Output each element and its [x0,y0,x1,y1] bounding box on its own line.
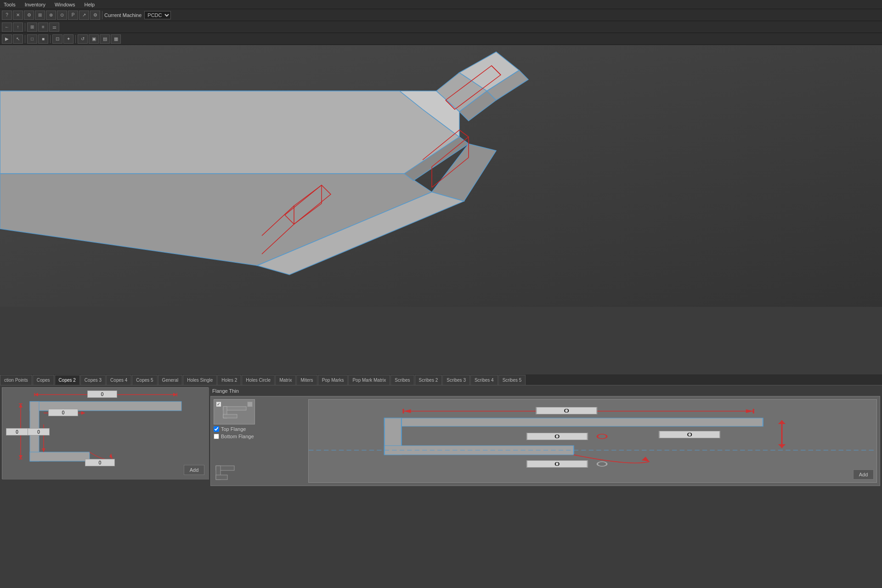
toolbar-row-1: ? ✕ ⚙ ⊞ ⊕ ⊙ P ↗ ⚙ Current Machine PCDC [0,9,882,21]
left-dim-bottom[interactable] [85,459,115,466]
toolbar-arrow-left-btn[interactable]: ← [2,23,12,32]
top-flange-label: Top Flange [221,426,246,432]
flange-thin-title: Flange Thin [210,387,880,395]
toolbar-grid-btn[interactable]: ⊞ [35,11,45,20]
svg-rect-42 [223,414,237,418]
bottom-flange-row: Bottom Flange [214,434,305,439]
machine-label: Current Machine [104,12,141,18]
left-diagram-panel: Add [2,387,209,479]
viewport-svg [0,45,882,307]
toolbar-refresh-btn[interactable]: ↺ [78,34,88,44]
tab-holes-2[interactable]: Holes 2 [217,375,241,385]
tab-general[interactable]: General [158,375,183,385]
toolbar-p-btn[interactable]: P [68,11,78,20]
bottom-flange-checkbox[interactable] [214,434,219,439]
flange-diagram-area: Add [308,399,877,483]
left-dim-top[interactable] [87,390,117,398]
toolbar-sep-2 [25,23,25,31]
toolbar-row-3: ▶ ↖ □ ■ ⊡ ✦ ↺ ▣ ▤ ▦ [0,33,882,45]
panel-content: Add Flange Thin ✓ [0,385,882,588]
tab-copes-5[interactable]: Copes 5 [132,375,157,385]
flange-preview-box: ✓ [214,399,255,424]
menu-help[interactable]: Help [83,2,97,7]
toolbar-node-btn[interactable]: ⊙ [57,11,67,20]
machine-select[interactable]: PCDC [144,11,171,19]
tab-copes-3[interactable]: Copes 3 [80,375,106,385]
toolbar-view3-btn[interactable]: ▦ [111,34,121,44]
toolbar-sep-3 [25,35,25,43]
tab-scribes-5[interactable]: Scribes 5 [498,375,526,385]
toolbar-grid2-btn[interactable]: ⊞ [27,23,37,32]
svg-rect-24 [30,452,90,461]
svg-rect-47 [384,418,763,426]
bottom-panel: ction PointsCopesCopes 2Copes 3Copes 4Co… [0,374,882,588]
svg-marker-1 [0,91,459,174]
toolbar-view2-btn[interactable]: ▤ [100,34,110,44]
toolbar-sep-1 [102,11,102,19]
toolbar-mode-btn[interactable]: ▶ [2,34,12,44]
svg-rect-45 [216,475,227,480]
toolbar-sep-5 [75,35,76,43]
bottom-flange-label: Bottom Flange [221,434,254,439]
preview-svg [214,400,255,425]
tab-ction-points[interactable]: ction Points [0,375,32,385]
tab-holes-circle[interactable]: Holes Circle [242,375,275,385]
tab-copes-2[interactable]: Copes 2 [55,375,80,385]
toolbar-question-btn[interactable]: ? [2,11,12,20]
menu-bar: Tools Inventory Windows Help [0,0,882,9]
toolbar-arrow-btn[interactable]: ↗ [79,11,89,20]
toolbar-settings-btn[interactable]: ⚙ [24,11,34,20]
tab-scribes-2[interactable]: Scribes 2 [415,375,442,385]
flange-add-button[interactable]: Add [853,469,874,480]
top-flange-row: Top Flange [214,426,305,432]
toolbar-view1-btn[interactable]: ▣ [89,34,99,44]
tab-pop-mark-matrix[interactable]: Pop Mark Matrix [348,375,390,385]
toolbar-layer-btn[interactable]: ⊡ [52,34,62,44]
flange-dim-top[interactable] [536,407,597,414]
tab-scribes-3[interactable]: Scribes 3 [442,375,470,385]
toolbar-dash-btn[interactable]: ≡ [38,23,48,32]
toolbar-sep-4 [50,35,51,43]
toolbar-gear2-btn[interactable]: ⚙ [90,11,100,20]
tab-scribes-4[interactable]: Scribes 4 [470,375,498,385]
left-dim-vert[interactable] [6,428,28,435]
toolbar-box-btn[interactable]: □ [27,34,37,44]
toolbar-cursor-btn[interactable]: ↖ [13,34,23,44]
shape-icon-svg [214,464,237,482]
tab-miters[interactable]: Miters [296,375,317,385]
tab-matrix[interactable]: Matrix [275,375,296,385]
left-dim-mid[interactable] [48,409,78,416]
toolbar-snap-btn[interactable]: ⊕ [46,11,56,20]
top-flange-checkbox[interactable] [214,426,219,432]
menu-inventory[interactable]: Inventory [23,2,47,7]
flange-controls: ✓ Top F [214,399,305,483]
flange-thin-inner: ✓ Top F [210,396,880,486]
flange-dim-bottom[interactable] [526,460,588,468]
tab-scribes[interactable]: Scribes [390,375,414,385]
toolbar-lines-btn[interactable]: ⚌ [49,23,59,32]
menu-windows[interactable]: Windows [53,2,77,7]
menu-tools[interactable]: Tools [2,2,17,7]
tabs-row: ction PointsCopesCopes 2Copes 3Copes 4Co… [0,374,882,385]
tab-holes-single[interactable]: Holes Single [183,375,217,385]
toolbar-star-btn[interactable]: ✦ [63,34,74,44]
toolbar-cross-btn[interactable]: ✕ [13,11,23,20]
flange-dim-left[interactable] [526,433,588,440]
left-diagram-svg [2,388,209,480]
left-add-button[interactable]: Add [184,465,204,475]
toolbar-box2-btn[interactable]: ■ [38,34,48,44]
tab-copes[interactable]: Copes [33,375,54,385]
toolbar-row-2: ← ↑ ⊞ ≡ ⚌ [0,21,882,33]
left-dim-small-vert[interactable] [28,428,50,435]
flange-diagram-svg [309,400,876,482]
viewport-3d[interactable] [0,45,882,307]
toolbar-arrow-up-btn[interactable]: ↑ [13,23,23,32]
tab-copes-4[interactable]: Copes 4 [106,375,131,385]
flange-dim-right[interactable] [659,431,720,438]
tab-pop-marks[interactable]: Pop Marks [318,375,348,385]
flange-thin-container: Flange Thin ✓ [210,387,880,586]
